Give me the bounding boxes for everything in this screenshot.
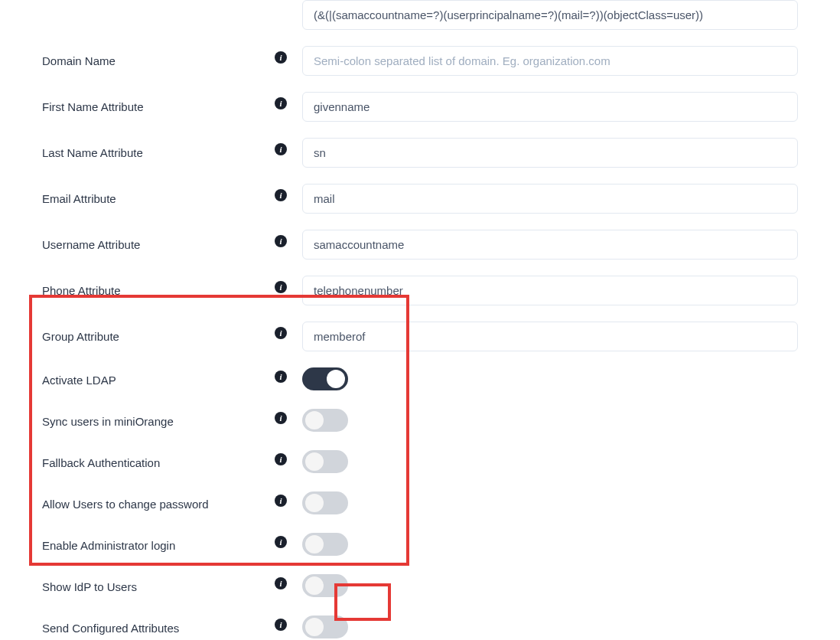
info-icon[interactable]: i bbox=[275, 327, 287, 339]
activate-ldap-toggle[interactable] bbox=[302, 367, 348, 390]
info-icon[interactable]: i bbox=[275, 189, 287, 201]
enable-admin-login-toggle[interactable] bbox=[302, 533, 348, 556]
email-label: Email Attribute bbox=[42, 192, 116, 205]
info-icon[interactable]: i bbox=[275, 619, 287, 631]
first-name-label: First Name Attribute bbox=[42, 100, 144, 113]
phone-label: Phone Attribute bbox=[42, 284, 121, 297]
group-label: Group Attribute bbox=[42, 330, 119, 343]
email-input[interactable] bbox=[302, 184, 798, 214]
allow-change-pw-toggle[interactable] bbox=[302, 491, 348, 514]
info-icon[interactable]: i bbox=[275, 143, 287, 155]
domain-name-label: Domain Name bbox=[42, 54, 116, 67]
domain-name-input[interactable] bbox=[302, 46, 798, 76]
group-input[interactable] bbox=[302, 322, 798, 351]
activate-ldap-label: Activate LDAP bbox=[42, 374, 116, 387]
info-icon[interactable]: i bbox=[275, 51, 287, 64]
last-name-label: Last Name Attribute bbox=[42, 146, 143, 159]
fallback-auth-label: Fallback Authentication bbox=[42, 456, 160, 469]
last-name-input[interactable] bbox=[302, 138, 798, 168]
info-icon[interactable]: i bbox=[275, 281, 287, 293]
allow-change-pw-label: Allow Users to change password bbox=[42, 498, 209, 511]
info-icon[interactable]: i bbox=[275, 536, 287, 548]
send-attrs-label: Send Configured Attributes bbox=[42, 622, 179, 635]
info-icon[interactable]: i bbox=[275, 412, 287, 424]
show-idp-label: Show IdP to Users bbox=[42, 580, 137, 593]
show-idp-toggle[interactable] bbox=[302, 574, 348, 597]
info-icon[interactable]: i bbox=[275, 577, 287, 589]
first-name-input[interactable] bbox=[302, 92, 798, 122]
send-attrs-toggle[interactable] bbox=[302, 616, 348, 638]
sync-users-toggle[interactable] bbox=[302, 409, 348, 432]
enable-admin-login-label: Enable Administrator login bbox=[42, 539, 175, 552]
phone-input[interactable] bbox=[302, 276, 798, 305]
info-icon[interactable]: i bbox=[275, 495, 287, 507]
info-icon[interactable]: i bbox=[275, 371, 287, 383]
username-input[interactable] bbox=[302, 230, 798, 260]
filter-input[interactable] bbox=[302, 0, 798, 30]
fallback-auth-toggle[interactable] bbox=[302, 450, 348, 473]
sync-users-label: Sync users in miniOrange bbox=[42, 415, 174, 428]
info-icon[interactable]: i bbox=[275, 97, 287, 109]
info-icon[interactable]: i bbox=[275, 235, 287, 247]
username-label: Username Attribute bbox=[42, 238, 140, 251]
info-icon[interactable]: i bbox=[275, 453, 287, 465]
